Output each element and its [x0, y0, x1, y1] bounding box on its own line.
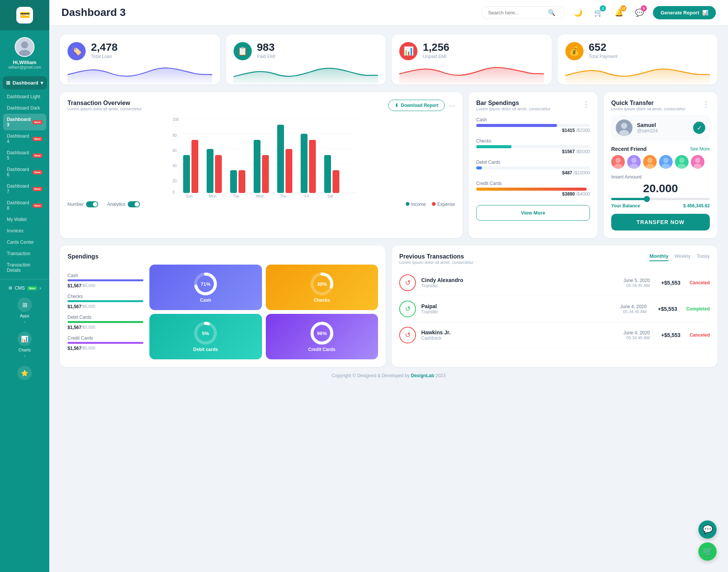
- stat-card-total-payment: 💰 652 Total Payment: [558, 34, 718, 85]
- view-more-button[interactable]: View More: [476, 205, 590, 221]
- friend-avatar-4[interactable]: [659, 155, 673, 169]
- sidebar-item-apps[interactable]: ⊞ Apps ›: [0, 294, 49, 328]
- sidebar-nav: Dashboard Light Dashboard Dark Dashboard…: [0, 91, 49, 276]
- sidebar-item-dashboard-7[interactable]: Dashboard 7New: [3, 180, 46, 197]
- analytics-toggle[interactable]: Analytics: [107, 201, 140, 207]
- spending-item-debit: Debit Cards $487 /$10000: [476, 160, 590, 176]
- svg-text:Sat: Sat: [327, 194, 333, 197]
- pt-subtitle: Lorem ipsum dolor sit amet, consectetur: [399, 260, 474, 265]
- tx-item-3: ↺ Hawkins Jr. Cashback June 4, 2020 05:3…: [399, 322, 710, 348]
- number-label: Number: [67, 202, 84, 207]
- apps-icon: ⊞: [17, 298, 32, 312]
- footer-brand-link[interactable]: DexignLab: [411, 373, 434, 378]
- more-options-button[interactable]: ···: [449, 101, 455, 110]
- sidebar-item-dashboard-6[interactable]: Dashboard 6New: [3, 164, 46, 180]
- spend-item-cash: Cash $1,567/$5,000: [67, 273, 143, 288]
- tab-today[interactable]: Today: [697, 253, 710, 261]
- tab-weekly[interactable]: Weekly: [675, 253, 690, 261]
- svg-rect-32: [262, 155, 269, 193]
- cms-item[interactable]: ⚙ CMS New ›: [0, 282, 49, 294]
- stat-icon-loan: 🏷️: [67, 42, 86, 60]
- friend-avatar-3[interactable]: [643, 155, 657, 169]
- bar-spendings-more-btn[interactable]: ⋮: [582, 100, 590, 109]
- insert-amount-label: Insert Amount: [611, 174, 710, 180]
- amount-slider[interactable]: [611, 198, 710, 200]
- charts-arrow: ›: [24, 354, 25, 358]
- fab-cart[interactable]: 🛒: [698, 542, 717, 561]
- download-report-button[interactable]: ⬇ Download Report: [388, 100, 445, 111]
- sidebar-item-star[interactable]: ⭐: [0, 362, 49, 384]
- bell-btn[interactable]: 🔔 12: [612, 5, 626, 20]
- sidebar-item-dashboard-light[interactable]: Dashboard Light: [3, 91, 46, 102]
- spendings-overview-card: Spendings Cash $1,567/$5,000 Checks $1,5…: [60, 246, 386, 367]
- stat-icon-payment: 💰: [565, 42, 584, 60]
- header-right: 🔍 🌙 🛒 2 🔔 12 💬 5 Generate Report 📊: [482, 5, 716, 20]
- svg-rect-28: [324, 155, 331, 193]
- transfer-now-button[interactable]: TRANSFER NOW: [611, 214, 710, 230]
- stat-label-payment: Total Payment: [589, 54, 618, 59]
- see-more-link[interactable]: See More: [690, 146, 710, 152]
- spendings-content: Cash $1,567/$5,000 Checks $1,567/$5,000 …: [67, 265, 378, 359]
- number-switch[interactable]: [86, 201, 98, 207]
- sidebar-item-cards-center[interactable]: Cards Center: [3, 237, 46, 248]
- friend-avatar-6[interactable]: [691, 155, 704, 169]
- search-icon: 🔍: [548, 9, 555, 16]
- stat-number-loan: 2,478: [91, 42, 118, 53]
- analytics-switch[interactable]: [128, 201, 140, 207]
- content-area: 🏷️ 2,478 Total Loan 📋: [49, 25, 728, 572]
- generate-report-button[interactable]: Generate Report 📊: [653, 6, 716, 19]
- tx-icon-1: ↺: [399, 274, 416, 291]
- sidebar-item-my-wallet[interactable]: My Wallet: [3, 214, 46, 225]
- stat-number-unpaid: 1,256: [423, 42, 449, 53]
- sidebar-item-invoices[interactable]: Invoices: [3, 225, 46, 237]
- download-icon: ⬇: [395, 103, 399, 108]
- dashboard-btn[interactable]: ⊞ Dashboard ▾: [3, 76, 47, 89]
- gear-icon: ⚙: [8, 285, 13, 291]
- sidebar-item-charts[interactable]: 📊 Charts ›: [0, 328, 49, 362]
- svg-text:Tue: Tue: [233, 194, 240, 197]
- sidebar-profile: Hi,William william@gmail.com: [5, 30, 45, 73]
- sidebar-item-dashboard-8[interactable]: Dashboard 8New: [3, 197, 46, 214]
- msg-btn[interactable]: 💬 5: [632, 5, 647, 20]
- svg-text:20: 20: [173, 179, 177, 183]
- number-toggle[interactable]: Number: [67, 201, 98, 207]
- friend-avatar-5[interactable]: [675, 155, 689, 169]
- tab-monthly[interactable]: Monthly: [650, 253, 668, 261]
- badge-new: New: [33, 204, 42, 208]
- bar-chart: 100 80 60 40 20 0 Sun: [67, 114, 455, 197]
- user-name: Hi,William: [13, 60, 36, 65]
- badge-new: New: [33, 187, 42, 191]
- middle-row: Transaction Overview Lorem ipsum dolor s…: [60, 92, 717, 238]
- svg-text:Thu: Thu: [280, 194, 286, 197]
- recent-friend-row: Recent Friend See More: [611, 146, 710, 152]
- dark-mode-btn[interactable]: 🌙: [571, 5, 585, 20]
- cart-btn[interactable]: 🛒 2: [592, 5, 606, 20]
- bar-spendings-card: Bar Spendings Lorem ipsum dolor sit amet…: [469, 92, 598, 238]
- main-content: Dashboard 3 🔍 🌙 🛒 2 🔔 12 💬 5 Generate Re…: [49, 0, 728, 572]
- svg-text:30%: 30%: [317, 281, 327, 287]
- sidebar-item-dashboard-3[interactable]: Dashboard 3New: [3, 114, 46, 130]
- stat-cards: 🏷️ 2,478 Total Loan 📋: [60, 34, 717, 85]
- cart-badge: 2: [600, 5, 606, 11]
- donuts-grid: 71% Cash 30% Checks: [149, 265, 378, 359]
- search-input[interactable]: [488, 10, 545, 16]
- stat-label-unpaid: Unpaid EMI: [423, 54, 449, 59]
- svg-text:5%: 5%: [202, 331, 209, 336]
- tx-overview-title: Transaction Overview: [67, 100, 142, 107]
- sidebar-item-transaction[interactable]: Transaction: [3, 248, 46, 259]
- sidebar-item-dashboard-5[interactable]: Dashboard 5New: [3, 147, 46, 164]
- fab-support[interactable]: 💬: [698, 520, 717, 539]
- sidebar-item-dashboard-dark[interactable]: Dashboard Dark: [3, 102, 46, 114]
- svg-text:100: 100: [173, 118, 179, 122]
- sidebar-item-dashboard-4[interactable]: Dashboard 4New: [3, 130, 46, 147]
- friend-avatar-2[interactable]: [627, 155, 641, 169]
- stat-icon-paid: 📋: [234, 42, 252, 60]
- search-box[interactable]: 🔍: [482, 6, 565, 19]
- svg-text:80: 80: [173, 133, 177, 138]
- friend-avatar-1[interactable]: [611, 155, 625, 169]
- fab-container: 💬 🛒: [698, 520, 717, 561]
- quick-transfer-more-btn[interactable]: ⋮: [702, 100, 710, 109]
- sidebar-item-transaction-details[interactable]: Transaction Details: [3, 259, 46, 276]
- svg-text:Fri: Fri: [304, 194, 309, 197]
- tx-status-3: Canceled: [690, 332, 710, 338]
